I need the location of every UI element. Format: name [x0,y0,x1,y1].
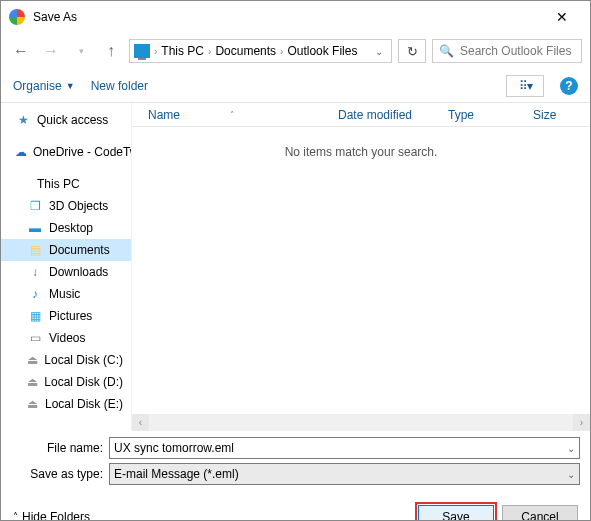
command-bar: Organise ▼ New folder ⠿▾ ? [1,69,590,103]
scroll-left-icon[interactable]: ‹ [132,414,149,431]
cancel-button[interactable]: Cancel [502,505,578,521]
up-button[interactable]: ↑ [99,39,123,63]
sidebar-item-quick-access[interactable]: ★ Quick access [1,109,131,131]
chevron-down-icon[interactable]: ⌄ [567,443,575,454]
document-icon: ▤ [27,242,43,258]
cloud-icon: ☁ [15,144,27,160]
download-icon: ↓ [27,264,43,280]
footer-bar: ˄ Hide Folders Save Cancel [1,495,590,521]
breadcrumb-segment[interactable]: Documents [215,44,276,58]
breadcrumb-segment[interactable]: This PC [161,44,204,58]
search-input[interactable]: 🔍 Search Outlook Files [432,39,582,63]
form-area: File name: UX sync tomorrow.eml ⌄ Save a… [1,431,590,495]
refresh-button[interactable]: ↻ [398,39,426,63]
video-icon: ▭ [27,330,43,346]
scroll-right-icon[interactable]: › [573,414,590,431]
breadcrumb-segment[interactable]: Outlook Files [287,44,357,58]
chrome-icon [9,9,25,25]
sidebar-item-desktop[interactable]: ▬ Desktop [1,217,131,239]
sidebar-item-this-pc[interactable]: This PC [1,173,131,195]
monitor-icon [15,176,31,192]
view-options-button[interactable]: ⠿▾ [506,75,544,97]
main-area: ★ Quick access ☁ OneDrive - CodeTwo This… [1,103,590,431]
chevron-up-icon: ˄ [13,511,18,521]
sidebar-item-disk-d[interactable]: ⏏ Local Disk (D:) [1,371,131,393]
filename-label: File name: [11,441,103,455]
help-button[interactable]: ? [560,77,578,95]
sidebar-item-network[interactable]: ⇄ Network [1,425,131,431]
title-bar: Save As ✕ [1,1,590,33]
sidebar-item-music[interactable]: ♪ Music [1,283,131,305]
navigation-pane: ★ Quick access ☁ OneDrive - CodeTwo This… [1,103,131,431]
sidebar-item-pictures[interactable]: ▦ Pictures [1,305,131,327]
picture-icon: ▦ [27,308,43,324]
organise-menu[interactable]: Organise ▼ [13,79,75,93]
column-header-size[interactable]: Size [525,108,575,122]
recent-dropdown-icon[interactable]: ▾ [69,39,93,63]
chevron-right-icon[interactable]: › [154,46,157,57]
search-placeholder: Search Outlook Files [460,44,571,58]
file-pane: Name ˄ Date modified Type Size No items … [131,103,590,431]
chevron-right-icon[interactable]: › [208,46,211,57]
desktop-icon: ▬ [27,220,43,236]
save-button[interactable]: Save [418,505,494,521]
scroll-track[interactable] [148,414,573,431]
horizontal-scrollbar[interactable]: ‹ › [132,414,590,431]
forward-button: → [39,39,63,63]
chevron-down-icon: ⌄ [567,469,575,480]
column-header-date[interactable]: Date modified [330,108,440,122]
disk-icon: ⏏ [27,396,39,412]
save-as-type-combo[interactable]: E-mail Message (*.eml) ⌄ [109,463,580,485]
this-pc-icon [134,44,150,58]
empty-message: No items match your search. [285,145,438,159]
sidebar-item-disk-c[interactable]: ⏏ Local Disk (C:) [1,349,131,371]
column-header-name[interactable]: Name ˄ [140,108,330,122]
close-icon[interactable]: ✕ [542,9,582,25]
window-title: Save As [33,10,542,24]
sort-indicator-icon: ˄ [230,110,235,120]
navigation-bar: ← → ▾ ↑ › This PC › Documents › Outlook … [1,33,590,69]
chevron-down-icon: ▼ [66,81,75,91]
file-list[interactable]: No items match your search. [132,127,590,414]
search-icon: 🔍 [439,44,454,58]
sidebar-item-disk-e[interactable]: ⏏ Local Disk (E:) [1,393,131,415]
sidebar-item-onedrive[interactable]: ☁ OneDrive - CodeTwo [1,141,131,163]
hide-folders-toggle[interactable]: ˄ Hide Folders [13,510,90,522]
disk-icon: ⏏ [27,374,38,390]
column-header-type[interactable]: Type [440,108,525,122]
chevron-right-icon[interactable]: › [280,46,283,57]
disk-icon: ⏏ [27,352,38,368]
back-button[interactable]: ← [9,39,33,63]
sidebar-item-videos[interactable]: ▭ Videos [1,327,131,349]
sidebar-item-documents[interactable]: ▤ Documents [1,239,131,261]
cube-icon: ❒ [27,198,43,214]
star-icon: ★ [15,112,31,128]
column-headers: Name ˄ Date modified Type Size [132,103,590,127]
filename-input[interactable]: UX sync tomorrow.eml ⌄ [109,437,580,459]
save-as-type-label: Save as type: [11,467,103,481]
sidebar-item-downloads[interactable]: ↓ Downloads [1,261,131,283]
sidebar-item-3d-objects[interactable]: ❒ 3D Objects [1,195,131,217]
new-folder-button[interactable]: New folder [91,79,148,93]
network-icon: ⇄ [15,428,31,431]
music-icon: ♪ [27,286,43,302]
address-dropdown-icon[interactable]: ⌄ [371,46,387,57]
address-bar[interactable]: › This PC › Documents › Outlook Files ⌄ [129,39,392,63]
view-icon: ⠿▾ [519,79,532,93]
